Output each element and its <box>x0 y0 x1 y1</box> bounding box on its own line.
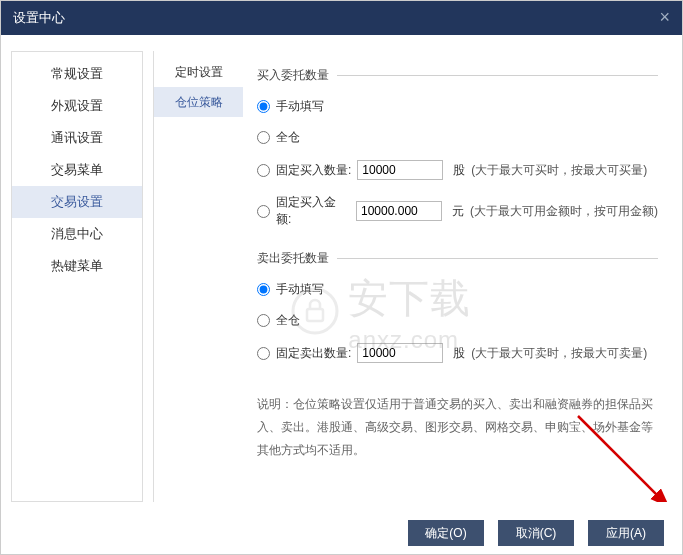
sell-fixed-qty-input[interactable] <box>357 343 443 363</box>
buy-full-radio[interactable] <box>257 131 270 144</box>
buy-fixed-qty-option[interactable]: 固定买入数量: 股 (大于最大可买时，按最大可买量) <box>257 160 658 180</box>
notes: 说明：仓位策略设置仅适用于普通交易的买入、卖出和融资融券的担保品买入、卖出。港股… <box>257 393 658 461</box>
sub-nav: 定时设置 仓位策略 <box>153 51 243 502</box>
settings-window: 设置中心 × 常规设置 外观设置 通讯设置 交易菜单 交易设置 消息中心 热键菜… <box>0 0 683 555</box>
nav-appearance[interactable]: 外观设置 <box>12 90 142 122</box>
buy-fixed-qty-radio[interactable] <box>257 164 270 177</box>
buy-manual-option[interactable]: 手动填写 <box>257 98 658 115</box>
nav-general[interactable]: 常规设置 <box>12 58 142 90</box>
buy-fixed-amt-radio[interactable] <box>257 205 270 218</box>
nav-hotkeys[interactable]: 热键菜单 <box>12 250 142 282</box>
buy-section-title: 买入委托数量 <box>257 67 658 84</box>
buy-fixed-qty-unit: 股 <box>453 162 465 179</box>
buy-full-option[interactable]: 全仓 <box>257 129 658 146</box>
nav-trade-menu[interactable]: 交易菜单 <box>12 154 142 186</box>
buy-manual-radio[interactable] <box>257 100 270 113</box>
nav-trade-settings[interactable]: 交易设置 <box>12 186 142 218</box>
buy-fixed-qty-input[interactable] <box>357 160 443 180</box>
sell-fixed-qty-radio[interactable] <box>257 347 270 360</box>
buy-fixed-amt-unit: 元 <box>452 203 464 220</box>
buy-manual-label: 手动填写 <box>276 98 324 115</box>
buy-title-label: 买入委托数量 <box>257 67 329 84</box>
sell-fixed-qty-hint: (大于最大可卖时，按最大可卖量) <box>471 345 647 362</box>
close-icon[interactable]: × <box>659 7 670 28</box>
sell-title-label: 卖出委托数量 <box>257 250 329 267</box>
apply-button[interactable]: 应用(A) <box>588 520 664 546</box>
sell-fixed-qty-option[interactable]: 固定卖出数量: 股 (大于最大可卖时，按最大可卖量) <box>257 343 658 363</box>
sell-section-title: 卖出委托数量 <box>257 250 658 267</box>
sell-full-option[interactable]: 全仓 <box>257 312 658 329</box>
sell-full-label: 全仓 <box>276 312 300 329</box>
cancel-button[interactable]: 取消(C) <box>498 520 574 546</box>
buy-fixed-amt-option[interactable]: 固定买入金额: 元 (大于最大可用金额时，按可用金额) <box>257 194 658 228</box>
buy-fixed-amt-label: 固定买入金额: <box>276 194 350 228</box>
sell-fixed-qty-unit: 股 <box>453 345 465 362</box>
sell-manual-radio[interactable] <box>257 283 270 296</box>
sell-manual-option[interactable]: 手动填写 <box>257 281 658 298</box>
subnav-position[interactable]: 仓位策略 <box>154 87 243 117</box>
ok-button[interactable]: 确定(O) <box>408 520 484 546</box>
buy-fixed-amt-hint: (大于最大可用金额时，按可用金额) <box>470 203 658 220</box>
sell-fixed-qty-label: 固定卖出数量: <box>276 345 351 362</box>
window-title: 设置中心 <box>13 9 65 27</box>
titlebar: 设置中心 × <box>1 1 682 35</box>
nav-messages[interactable]: 消息中心 <box>12 218 142 250</box>
buy-fixed-qty-hint: (大于最大可买时，按最大可买量) <box>471 162 647 179</box>
buy-full-label: 全仓 <box>276 129 300 146</box>
subnav-timer[interactable]: 定时设置 <box>154 57 243 87</box>
buy-fixed-amt-input[interactable] <box>356 201 442 221</box>
window-body: 常规设置 外观设置 通讯设置 交易菜单 交易设置 消息中心 热键菜单 定时设置 … <box>1 35 682 512</box>
left-nav: 常规设置 外观设置 通讯设置 交易菜单 交易设置 消息中心 热键菜单 <box>11 51 143 502</box>
main-panel: 安下载 anxz.com 买入委托数量 手动填写 全仓 固定买入数量: 股 (大 <box>243 51 672 502</box>
footer: 确定(O) 取消(C) 应用(A) <box>1 512 682 554</box>
buy-fixed-qty-label: 固定买入数量: <box>276 162 351 179</box>
sell-full-radio[interactable] <box>257 314 270 327</box>
sell-manual-label: 手动填写 <box>276 281 324 298</box>
nav-network[interactable]: 通讯设置 <box>12 122 142 154</box>
